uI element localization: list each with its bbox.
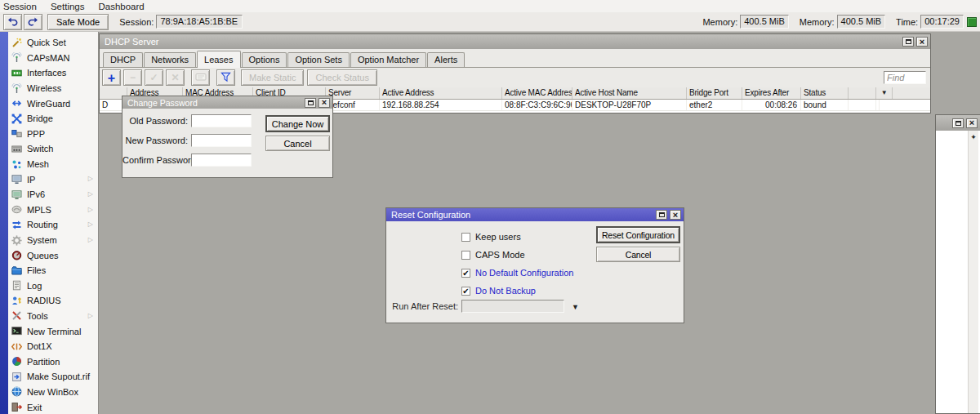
sidebar-item-routing[interactable]: Routing xyxy=(8,217,97,233)
redo-button[interactable] xyxy=(24,14,42,30)
run-after-reset-combobox[interactable] xyxy=(461,300,564,313)
column-header-expires-after[interactable]: Expires After xyxy=(742,87,801,99)
column-selector-button[interactable] xyxy=(876,87,893,99)
tab-options[interactable]: Options xyxy=(242,52,287,67)
comment-button[interactable] xyxy=(191,69,210,86)
column-header-active-mac-address[interactable]: Active MAC Address xyxy=(502,87,572,99)
tab-option-sets[interactable]: Option Sets xyxy=(287,52,349,67)
sidebar-item-mpls[interactable]: MPLS xyxy=(8,203,97,218)
maximize-button[interactable] xyxy=(305,98,316,108)
checkbox-checked-icon[interactable] xyxy=(461,287,470,296)
reset-configuration-button[interactable]: Reset Configuration xyxy=(596,226,680,243)
close-button[interactable] xyxy=(318,98,330,108)
safe-mode-button[interactable]: Safe Mode xyxy=(47,14,109,30)
tab-dhcp[interactable]: DHCP xyxy=(103,52,143,67)
remove-button[interactable] xyxy=(123,69,142,86)
tab-alerts[interactable]: Alerts xyxy=(427,52,465,67)
column-header-active-address[interactable]: Active Address xyxy=(380,87,502,99)
sidebar-item-bridge[interactable]: Bridge xyxy=(8,111,97,127)
sidebar-item-make-supout-rif[interactable]: Make Supout.rif xyxy=(8,369,97,385)
sidebar-item-system[interactable]: System xyxy=(8,233,97,248)
partial-window-titlebar[interactable] xyxy=(936,115,980,131)
checkbox-checked-icon[interactable] xyxy=(461,269,470,278)
change-password-dialog: Change Password Old Password: New Passwo… xyxy=(122,96,333,178)
reset-dialog-titlebar[interactable]: Reset Configuration xyxy=(386,208,684,221)
sidebar-item-log[interactable]: Log xyxy=(8,278,97,294)
cancel-button[interactable]: Cancel xyxy=(596,247,680,262)
sidebar-item-tools[interactable]: Tools xyxy=(8,309,97,324)
sidebar-item-new-winbox[interactable]: New WinBox xyxy=(8,385,97,400)
menu-item-dashboard[interactable]: Dashboard xyxy=(98,2,144,11)
sidebar-item-mesh[interactable]: Mesh xyxy=(8,157,97,172)
memory2-label: Memory: xyxy=(800,17,835,27)
sidebar-item-interfaces[interactable]: Interfaces xyxy=(8,65,97,81)
close-button[interactable] xyxy=(966,118,978,128)
make-static-button[interactable]: Make Static xyxy=(241,69,304,86)
sidebar-item-capsman[interactable]: CAPsMAN xyxy=(8,51,97,66)
column-header-status[interactable]: Status xyxy=(801,87,849,99)
sidebar-item-new-terminal[interactable]: New Terminal xyxy=(8,323,97,339)
sidebar-item-ipv6[interactable]: IPv6 xyxy=(8,187,97,203)
add-button[interactable] xyxy=(102,69,121,86)
menu-bar: SessionSettingsDashboard xyxy=(0,0,980,12)
sidebar-item-quick-set[interactable]: Quick Set xyxy=(8,35,97,51)
sidebar-item-label: Make Supout.rif xyxy=(27,372,90,381)
checkbox-row-no-default-configuration[interactable]: No Default Configuration xyxy=(461,268,573,278)
cancel-button[interactable]: Cancel xyxy=(265,136,330,151)
find-input[interactable] xyxy=(884,71,926,84)
menu-item-settings[interactable]: Settings xyxy=(51,2,85,11)
dialog-buttons: Change Now Cancel xyxy=(265,115,330,154)
sidebar-item-radius[interactable]: RADIUS xyxy=(8,293,97,309)
scrollbar[interactable] xyxy=(968,131,978,413)
column-header-server[interactable]: Server xyxy=(326,87,380,99)
sidebar-item-ip[interactable]: IP xyxy=(8,171,97,187)
comment-icon xyxy=(195,73,207,83)
undo-button[interactable] xyxy=(3,14,22,30)
tab-leases[interactable]: Leases xyxy=(197,51,240,68)
sidebar-item-label: Queues xyxy=(27,251,59,260)
session-label: Session: xyxy=(119,17,154,27)
checkbox-row-do-not-backup[interactable]: Do Not Backup xyxy=(461,286,536,296)
new-password-input[interactable] xyxy=(191,134,252,147)
sidebar-item-files[interactable]: Files xyxy=(8,263,97,278)
column-header-bridge-port[interactable]: Bridge Port xyxy=(687,87,742,99)
change-now-button[interactable]: Change Now xyxy=(265,115,330,132)
submenu-arrow-icon xyxy=(88,176,93,182)
sidebar-item-wireguard[interactable]: WireGuard xyxy=(8,96,97,111)
checkbox-unchecked-icon[interactable] xyxy=(461,233,470,242)
close-button[interactable] xyxy=(916,37,928,47)
maximize-button[interactable] xyxy=(902,37,914,47)
maximize-button[interactable] xyxy=(656,210,667,220)
check-status-button[interactable]: Check Status xyxy=(307,69,376,86)
gauge-icon xyxy=(11,250,23,260)
checkbox-label: Do Not Backup xyxy=(475,286,536,296)
confirm-password-input[interactable] xyxy=(191,154,252,167)
filter-button[interactable] xyxy=(216,69,235,86)
checkbox-row-caps-mode[interactable]: CAPS Mode xyxy=(461,250,525,260)
sidebar-menu: Quick SetCAPsMANInterfacesWirelessWireGu… xyxy=(8,35,97,414)
change-password-titlebar[interactable]: Change Password xyxy=(122,96,332,109)
old-password-input[interactable] xyxy=(191,114,252,127)
sidebar-item-exit[interactable]: Exit xyxy=(8,399,97,414)
sidebar-item-queues[interactable]: Queues xyxy=(8,247,97,263)
sidebar-item-label: Routing xyxy=(27,220,58,229)
close-icon xyxy=(969,119,974,127)
column-header-spare[interactable] xyxy=(849,87,876,99)
tab-option-matcher[interactable]: Option Matcher xyxy=(350,52,426,67)
sidebar-item-partition[interactable]: Partition xyxy=(8,354,97,369)
disable-button[interactable] xyxy=(166,69,185,86)
sidebar-item-wireless[interactable]: Wireless xyxy=(8,81,97,96)
checkbox-unchecked-icon[interactable] xyxy=(461,251,470,260)
enable-button[interactable] xyxy=(145,69,163,86)
tab-networks[interactable]: Networks xyxy=(144,52,196,67)
menu-item-session[interactable]: Session xyxy=(3,2,37,11)
dhcp-window-titlebar[interactable]: DHCP Server xyxy=(100,34,930,49)
dropdown-arrow-button[interactable] xyxy=(572,301,579,311)
sidebar-item-dot1x[interactable]: Dot1X xyxy=(8,339,97,354)
sidebar-item-ppp[interactable]: PPP xyxy=(8,127,97,142)
column-header-active-host-name[interactable]: Active Host Name xyxy=(572,87,687,99)
sidebar-item-switch[interactable]: Switch xyxy=(8,141,97,157)
close-button[interactable] xyxy=(670,210,681,220)
maximize-button[interactable] xyxy=(952,118,964,128)
checkbox-row-keep-users[interactable]: Keep users xyxy=(461,232,521,242)
